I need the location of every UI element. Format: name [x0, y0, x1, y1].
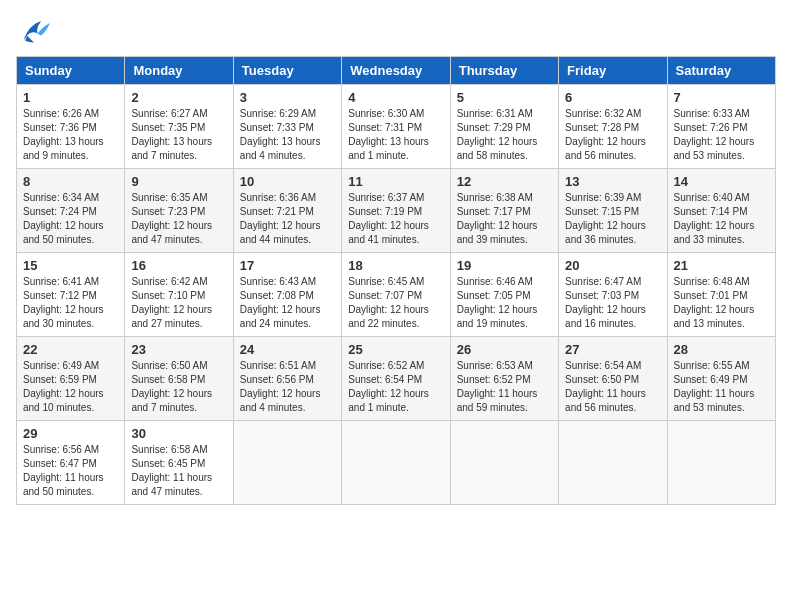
calendar-day-cell: 7Sunrise: 6:33 AM Sunset: 7:26 PM Daylig…	[667, 85, 775, 169]
calendar-day-cell: 22Sunrise: 6:49 AM Sunset: 6:59 PM Dayli…	[17, 337, 125, 421]
day-info: Sunrise: 6:45 AM Sunset: 7:07 PM Dayligh…	[348, 275, 443, 331]
calendar-day-cell: 2Sunrise: 6:27 AM Sunset: 7:35 PM Daylig…	[125, 85, 233, 169]
day-number: 14	[674, 174, 769, 189]
day-info: Sunrise: 6:39 AM Sunset: 7:15 PM Dayligh…	[565, 191, 660, 247]
day-info: Sunrise: 6:34 AM Sunset: 7:24 PM Dayligh…	[23, 191, 118, 247]
calendar-day-cell: 14Sunrise: 6:40 AM Sunset: 7:14 PM Dayli…	[667, 169, 775, 253]
day-info: Sunrise: 6:35 AM Sunset: 7:23 PM Dayligh…	[131, 191, 226, 247]
day-info: Sunrise: 6:29 AM Sunset: 7:33 PM Dayligh…	[240, 107, 335, 163]
day-number: 25	[348, 342, 443, 357]
day-info: Sunrise: 6:33 AM Sunset: 7:26 PM Dayligh…	[674, 107, 769, 163]
day-info: Sunrise: 6:54 AM Sunset: 6:50 PM Dayligh…	[565, 359, 660, 415]
calendar-day-cell: 23Sunrise: 6:50 AM Sunset: 6:58 PM Dayli…	[125, 337, 233, 421]
calendar-day-cell: 16Sunrise: 6:42 AM Sunset: 7:10 PM Dayli…	[125, 253, 233, 337]
day-number: 20	[565, 258, 660, 273]
day-number: 8	[23, 174, 118, 189]
calendar-day-cell: 12Sunrise: 6:38 AM Sunset: 7:17 PM Dayli…	[450, 169, 558, 253]
day-info: Sunrise: 6:41 AM Sunset: 7:12 PM Dayligh…	[23, 275, 118, 331]
day-number: 3	[240, 90, 335, 105]
weekday-header-sunday: Sunday	[17, 57, 125, 85]
day-info: Sunrise: 6:51 AM Sunset: 6:56 PM Dayligh…	[240, 359, 335, 415]
calendar-day-cell: 24Sunrise: 6:51 AM Sunset: 6:56 PM Dayli…	[233, 337, 341, 421]
day-number: 17	[240, 258, 335, 273]
day-number: 2	[131, 90, 226, 105]
calendar-day-cell	[450, 421, 558, 505]
calendar-day-cell: 1Sunrise: 6:26 AM Sunset: 7:36 PM Daylig…	[17, 85, 125, 169]
day-number: 18	[348, 258, 443, 273]
weekday-header-tuesday: Tuesday	[233, 57, 341, 85]
day-number: 7	[674, 90, 769, 105]
day-info: Sunrise: 6:36 AM Sunset: 7:21 PM Dayligh…	[240, 191, 335, 247]
day-info: Sunrise: 6:48 AM Sunset: 7:01 PM Dayligh…	[674, 275, 769, 331]
calendar-week-1: 1Sunrise: 6:26 AM Sunset: 7:36 PM Daylig…	[17, 85, 776, 169]
day-info: Sunrise: 6:27 AM Sunset: 7:35 PM Dayligh…	[131, 107, 226, 163]
day-number: 6	[565, 90, 660, 105]
calendar-day-cell: 26Sunrise: 6:53 AM Sunset: 6:52 PM Dayli…	[450, 337, 558, 421]
day-info: Sunrise: 6:30 AM Sunset: 7:31 PM Dayligh…	[348, 107, 443, 163]
calendar-body: 1Sunrise: 6:26 AM Sunset: 7:36 PM Daylig…	[17, 85, 776, 505]
calendar-day-cell: 11Sunrise: 6:37 AM Sunset: 7:19 PM Dayli…	[342, 169, 450, 253]
calendar-day-cell: 21Sunrise: 6:48 AM Sunset: 7:01 PM Dayli…	[667, 253, 775, 337]
day-number: 26	[457, 342, 552, 357]
day-number: 22	[23, 342, 118, 357]
calendar-table: SundayMondayTuesdayWednesdayThursdayFrid…	[16, 56, 776, 505]
day-info: Sunrise: 6:56 AM Sunset: 6:47 PM Dayligh…	[23, 443, 118, 499]
day-number: 23	[131, 342, 226, 357]
calendar-day-cell: 25Sunrise: 6:52 AM Sunset: 6:54 PM Dayli…	[342, 337, 450, 421]
day-number: 4	[348, 90, 443, 105]
calendar-header-row: SundayMondayTuesdayWednesdayThursdayFrid…	[17, 57, 776, 85]
logo	[16, 16, 56, 46]
weekday-header-saturday: Saturday	[667, 57, 775, 85]
day-info: Sunrise: 6:43 AM Sunset: 7:08 PM Dayligh…	[240, 275, 335, 331]
calendar-day-cell	[233, 421, 341, 505]
weekday-header-wednesday: Wednesday	[342, 57, 450, 85]
day-number: 19	[457, 258, 552, 273]
calendar-week-5: 29Sunrise: 6:56 AM Sunset: 6:47 PM Dayli…	[17, 421, 776, 505]
calendar-day-cell: 17Sunrise: 6:43 AM Sunset: 7:08 PM Dayli…	[233, 253, 341, 337]
day-info: Sunrise: 6:47 AM Sunset: 7:03 PM Dayligh…	[565, 275, 660, 331]
calendar-day-cell: 6Sunrise: 6:32 AM Sunset: 7:28 PM Daylig…	[559, 85, 667, 169]
calendar-day-cell: 3Sunrise: 6:29 AM Sunset: 7:33 PM Daylig…	[233, 85, 341, 169]
weekday-header-monday: Monday	[125, 57, 233, 85]
calendar-week-3: 15Sunrise: 6:41 AM Sunset: 7:12 PM Dayli…	[17, 253, 776, 337]
day-info: Sunrise: 6:32 AM Sunset: 7:28 PM Dayligh…	[565, 107, 660, 163]
day-info: Sunrise: 6:42 AM Sunset: 7:10 PM Dayligh…	[131, 275, 226, 331]
calendar-day-cell: 18Sunrise: 6:45 AM Sunset: 7:07 PM Dayli…	[342, 253, 450, 337]
day-info: Sunrise: 6:38 AM Sunset: 7:17 PM Dayligh…	[457, 191, 552, 247]
day-info: Sunrise: 6:49 AM Sunset: 6:59 PM Dayligh…	[23, 359, 118, 415]
day-number: 21	[674, 258, 769, 273]
day-number: 5	[457, 90, 552, 105]
day-number: 12	[457, 174, 552, 189]
calendar-day-cell: 27Sunrise: 6:54 AM Sunset: 6:50 PM Dayli…	[559, 337, 667, 421]
weekday-header-thursday: Thursday	[450, 57, 558, 85]
day-number: 1	[23, 90, 118, 105]
day-info: Sunrise: 6:52 AM Sunset: 6:54 PM Dayligh…	[348, 359, 443, 415]
day-info: Sunrise: 6:46 AM Sunset: 7:05 PM Dayligh…	[457, 275, 552, 331]
day-info: Sunrise: 6:37 AM Sunset: 7:19 PM Dayligh…	[348, 191, 443, 247]
day-info: Sunrise: 6:53 AM Sunset: 6:52 PM Dayligh…	[457, 359, 552, 415]
calendar-day-cell: 19Sunrise: 6:46 AM Sunset: 7:05 PM Dayli…	[450, 253, 558, 337]
day-number: 13	[565, 174, 660, 189]
calendar-day-cell: 30Sunrise: 6:58 AM Sunset: 6:45 PM Dayli…	[125, 421, 233, 505]
calendar-day-cell: 29Sunrise: 6:56 AM Sunset: 6:47 PM Dayli…	[17, 421, 125, 505]
day-number: 27	[565, 342, 660, 357]
day-number: 29	[23, 426, 118, 441]
day-info: Sunrise: 6:31 AM Sunset: 7:29 PM Dayligh…	[457, 107, 552, 163]
weekday-header-friday: Friday	[559, 57, 667, 85]
day-info: Sunrise: 6:40 AM Sunset: 7:14 PM Dayligh…	[674, 191, 769, 247]
day-number: 16	[131, 258, 226, 273]
calendar-day-cell: 9Sunrise: 6:35 AM Sunset: 7:23 PM Daylig…	[125, 169, 233, 253]
day-number: 28	[674, 342, 769, 357]
day-number: 11	[348, 174, 443, 189]
day-number: 15	[23, 258, 118, 273]
day-info: Sunrise: 6:55 AM Sunset: 6:49 PM Dayligh…	[674, 359, 769, 415]
calendar-week-2: 8Sunrise: 6:34 AM Sunset: 7:24 PM Daylig…	[17, 169, 776, 253]
day-number: 24	[240, 342, 335, 357]
calendar-day-cell: 20Sunrise: 6:47 AM Sunset: 7:03 PM Dayli…	[559, 253, 667, 337]
calendar-day-cell	[559, 421, 667, 505]
calendar-day-cell: 13Sunrise: 6:39 AM Sunset: 7:15 PM Dayli…	[559, 169, 667, 253]
logo-icon	[16, 16, 52, 46]
day-info: Sunrise: 6:50 AM Sunset: 6:58 PM Dayligh…	[131, 359, 226, 415]
calendar-day-cell: 5Sunrise: 6:31 AM Sunset: 7:29 PM Daylig…	[450, 85, 558, 169]
calendar-day-cell: 8Sunrise: 6:34 AM Sunset: 7:24 PM Daylig…	[17, 169, 125, 253]
